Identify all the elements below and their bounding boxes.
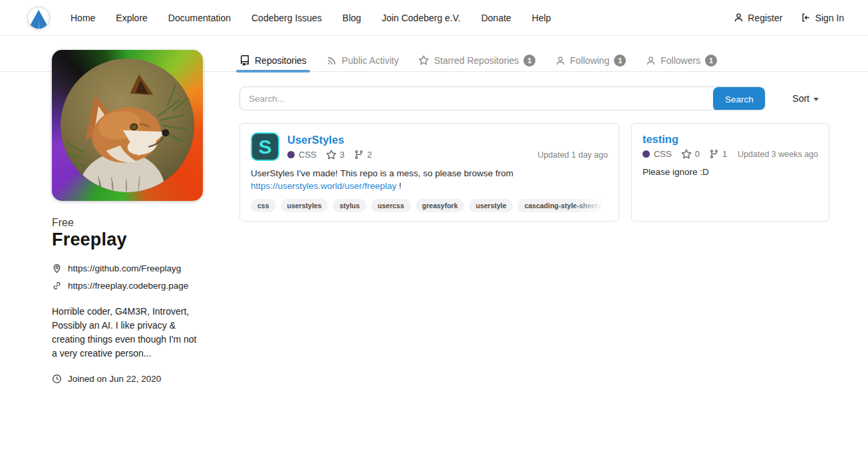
git-branch-icon	[354, 150, 364, 160]
register-button[interactable]: Register	[734, 13, 782, 23]
star-icon	[681, 149, 692, 160]
search-row: Search Sort	[239, 86, 829, 110]
topic-tag[interactable]: greasyfork	[416, 199, 465, 212]
tab-label: Starred Repositories	[434, 55, 519, 66]
profile-sidebar: Free Freeplay https://github.com/Freepla…	[52, 50, 203, 384]
codeberg-logo-icon[interactable]	[27, 6, 51, 30]
profile-website-link[interactable]: https://freeplay.codeberg.page	[52, 281, 203, 291]
repo-avatar: S	[251, 132, 279, 161]
sign-in-button[interactable]: Sign In	[801, 13, 844, 23]
nav-right: Register Sign In	[734, 13, 844, 23]
repo-title-link[interactable]: testing	[643, 132, 818, 146]
sign-in-icon	[801, 13, 811, 23]
fox-avatar-image	[61, 59, 194, 192]
profile-fullname: Free	[52, 217, 203, 229]
count-badge: 1	[705, 55, 717, 67]
repo-card-header: SUserStylesCSS32Updated 1 day ago	[251, 132, 608, 161]
person-icon	[646, 56, 656, 66]
search-button[interactable]: Search	[713, 87, 765, 110]
nav-item-documentation[interactable]: Documentation	[168, 13, 231, 23]
chevron-down-icon	[813, 98, 819, 101]
language-dot	[643, 150, 650, 158]
language-label: CSS	[299, 150, 317, 160]
updated-label: Updated 3 weeks ago	[738, 150, 818, 159]
tab-label: Public Activity	[342, 55, 399, 66]
nav-links: HomeExploreDocumentationCodeberg IssuesB…	[71, 13, 551, 23]
star-count: 3	[326, 150, 345, 160]
repo-card: testingCSS01Updated 3 weeks agoPlease ig…	[631, 123, 829, 222]
tab-label: Repositories	[255, 55, 307, 66]
tab-label: Followers	[660, 55, 700, 66]
topic-tag[interactable]: css	[251, 199, 276, 212]
nav-item-join-codeberg-e-v[interactable]: Join Codeberg e.V.	[382, 13, 461, 23]
nav-item-home[interactable]: Home	[71, 13, 95, 23]
profile-username: Freeplay	[52, 230, 203, 250]
profile-page: Free Freeplay https://github.com/Freepla…	[52, 36, 829, 384]
repo-meta: CSS32Updated 1 day ago	[287, 150, 608, 160]
person-icon	[734, 13, 744, 23]
person-icon	[555, 56, 565, 66]
register-label: Register	[748, 13, 782, 23]
rss-icon	[327, 55, 337, 66]
repo-description: Please ignore :D	[643, 166, 818, 179]
description-link[interactable]: https://userstyles.world/user/freeplay	[251, 181, 396, 191]
topic-tag[interactable]: stylus	[333, 199, 366, 212]
language-label: CSS	[654, 149, 672, 159]
star-count: 0	[681, 149, 700, 160]
sort-label: Sort	[792, 93, 809, 104]
repo-meta: CSS01Updated 3 weeks ago	[643, 149, 818, 160]
nav-item-help[interactable]: Help	[532, 13, 551, 23]
sort-dropdown[interactable]: Sort	[792, 93, 819, 104]
nav-item-codeberg-issues[interactable]: Codeberg Issues	[251, 13, 322, 23]
star-icon	[418, 55, 429, 66]
nav-item-blog[interactable]: Blog	[343, 13, 361, 23]
topic-tag[interactable]: userstyles	[281, 199, 329, 212]
codeberg-logo-icon	[27, 6, 51, 30]
language-dot	[287, 151, 295, 158]
location-pin-icon	[52, 263, 62, 273]
repo-grid: SUserStylesCSS32Updated 1 day agoUserSty…	[239, 123, 829, 222]
profile-location: https://github.com/Freeplayg	[52, 263, 203, 273]
profile-avatar	[52, 50, 203, 201]
profile-joined: Joined on Jun 22, 2020	[52, 374, 203, 384]
tab-repositories[interactable]: Repositories	[239, 50, 307, 71]
repo-icon	[239, 55, 250, 66]
count-badge: 1	[614, 55, 626, 67]
repo-card-header: testingCSS01Updated 3 weeks ago	[643, 132, 818, 160]
location-text: https://github.com/Freeplayg	[68, 263, 181, 273]
topic-tag[interactable]: cascading-style-sheets	[517, 199, 608, 212]
search-input[interactable]	[240, 87, 713, 110]
website-text: https://freeplay.codeberg.page	[68, 281, 188, 291]
topics-row: cssuserstylesstylususercssgreasyforkuser…	[251, 199, 608, 212]
topic-tag[interactable]: usercss	[371, 199, 411, 212]
repo-title-link[interactable]: UserStyles	[287, 133, 608, 147]
tabbar: RepositoriesPublic ActivityStarred Repos…	[239, 50, 829, 71]
tab-followers[interactable]: Followers1	[646, 50, 717, 71]
nav-item-explore[interactable]: Explore	[116, 13, 147, 23]
fork-count: 1	[709, 149, 727, 159]
fork-count: 2	[354, 150, 372, 160]
updated-label: Updated 1 day ago	[537, 150, 608, 160]
star-icon	[326, 150, 337, 160]
link-icon	[52, 281, 62, 291]
joined-text: Joined on Jun 22, 2020	[68, 374, 161, 384]
profile-bio: Horrible coder, G4M3R, Introvert, Possib…	[52, 305, 202, 361]
navbar: HomeExploreDocumentationCodeberg IssuesB…	[0, 0, 868, 36]
nav-item-donate[interactable]: Donate	[481, 13, 511, 23]
fox-avatar-image	[61, 59, 194, 192]
profile-content: RepositoriesPublic ActivityStarred Repos…	[239, 50, 829, 384]
git-branch-icon	[709, 149, 719, 159]
clock-icon	[52, 374, 62, 384]
topic-tag[interactable]: userstyle	[469, 199, 513, 212]
tab-following[interactable]: Following1	[555, 50, 626, 71]
search-group: Search	[239, 86, 766, 110]
tab-public-activity[interactable]: Public Activity	[327, 50, 399, 71]
count-badge: 1	[523, 55, 535, 67]
repo-description: UserStyles I've made! This repo is a mes…	[251, 168, 608, 192]
sign-in-label: Sign In	[815, 13, 844, 23]
repo-card: SUserStylesCSS32Updated 1 day agoUserSty…	[239, 123, 619, 222]
tab-starred-repositories[interactable]: Starred Repositories1	[418, 50, 535, 71]
tab-label: Following	[570, 55, 609, 66]
